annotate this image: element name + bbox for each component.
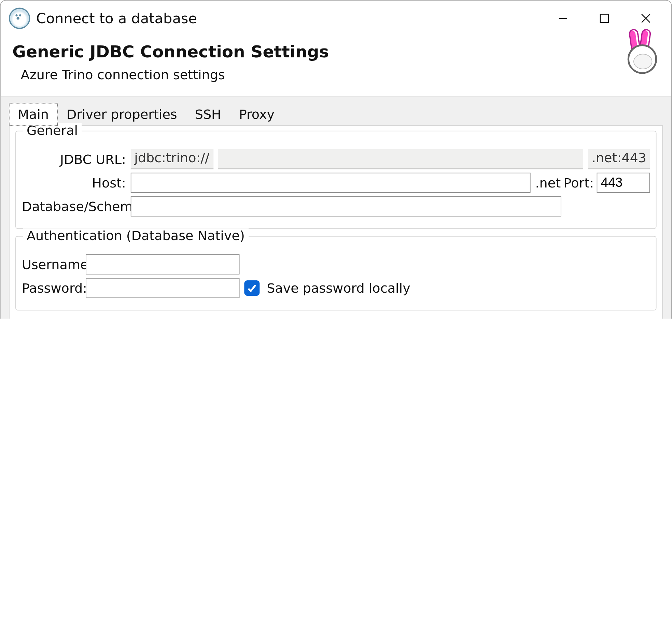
jdbc-url-mid: [218, 149, 583, 169]
host-suffix: .net: [535, 176, 559, 190]
minimize-icon: [558, 13, 568, 24]
tab-panel-main: General JDBC URL: jdbc:trino:// .net:443…: [9, 125, 663, 319]
db-schema-label: Database/Schema:: [22, 199, 126, 214]
check-icon: [247, 283, 257, 293]
password-input[interactable]: [86, 278, 239, 298]
username-input[interactable]: [86, 254, 239, 275]
tab-ssh[interactable]: SSH: [186, 103, 230, 126]
minimize-button[interactable]: [542, 3, 584, 33]
maximize-button[interactable]: [584, 3, 625, 33]
body: Main Driver properties SSH Proxy General…: [1, 97, 671, 319]
port-label: Port:: [564, 176, 592, 190]
jdbc-url-prefix: jdbc:trino://: [131, 149, 213, 169]
header: Generic JDBC Connection Settings Azure T…: [1, 36, 671, 97]
app-icon: [9, 8, 30, 29]
svg-rect-1: [600, 14, 608, 23]
jdbc-url-label: JDBC URL:: [22, 152, 126, 166]
fieldset-authentication: Authentication (Database Native) Usernam…: [15, 236, 656, 310]
page-subtitle: Azure Trino connection settings: [21, 67, 622, 82]
dialog-window: Connect to a database Generic JDBC Conne…: [0, 0, 672, 319]
db-schema-input[interactable]: [131, 196, 561, 217]
port-input[interactable]: [597, 173, 650, 193]
save-password-checkbox[interactable]: [244, 280, 260, 296]
page-title: Generic JDBC Connection Settings: [12, 42, 621, 61]
titlebar: Connect to a database: [1, 1, 671, 36]
host-label: Host:: [22, 176, 126, 190]
tab-proxy[interactable]: Proxy: [230, 103, 283, 126]
password-label: Password:: [22, 281, 81, 295]
fieldset-general: General JDBC URL: jdbc:trino:// .net:443…: [15, 131, 656, 229]
tab-bar: Main Driver properties SSH Proxy: [9, 103, 663, 126]
jdbc-url-suffix: .net:443: [588, 149, 650, 169]
host-input[interactable]: [131, 173, 531, 193]
mascot-icon: [621, 39, 657, 74]
tab-main[interactable]: Main: [9, 103, 58, 126]
maximize-icon: [599, 13, 610, 24]
close-icon: [640, 12, 652, 24]
username-label: Username:: [22, 257, 81, 272]
save-password-label: Save password locally: [267, 281, 410, 295]
window-title: Connect to a database: [36, 10, 197, 26]
tab-driver-properties[interactable]: Driver properties: [58, 103, 186, 126]
legend-authentication: Authentication (Database Native): [23, 228, 249, 243]
